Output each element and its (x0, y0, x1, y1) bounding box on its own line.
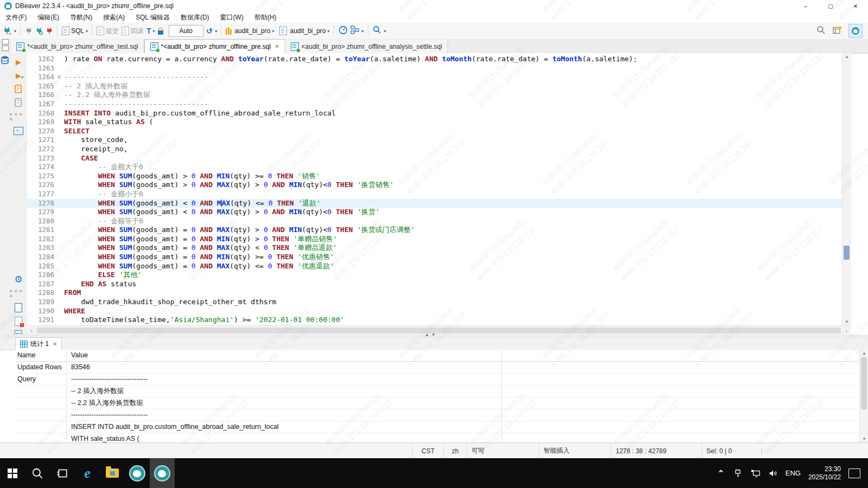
splitter-restore-icon[interactable]: ▼ (431, 332, 436, 337)
code-line-1290[interactable]: 1290WHERE (27, 307, 842, 316)
editor-tab[interactable]: <audit_bi_pro> zhumr_offline_analysis_se… (285, 40, 448, 53)
code-line-1278[interactable]: 1278 WHEN SUM(goods_amt) < 0 AND MAX(qty… (27, 199, 842, 208)
code-line-1272[interactable]: 1272 receipt_no, (27, 145, 842, 154)
code-line-1270[interactable]: 1270SELECT (27, 127, 842, 136)
editor-settings-button[interactable]: ⚙ (14, 275, 23, 284)
menu-item[interactable]: 搜索(A) (98, 13, 130, 22)
open-console-button[interactable]: >_ (14, 126, 23, 135)
plan-dropdown-icon[interactable]: ▾ (362, 29, 364, 34)
scroll-up-icon[interactable]: ▲ (843, 54, 851, 59)
scroll-down-icon[interactable]: ▼ (860, 436, 868, 441)
editor-tab[interactable]: *<audit_bi_pro> zhumr_offline_test.sql (11, 40, 144, 53)
rollback-button[interactable]: 回滚 (122, 27, 144, 36)
commit-button[interactable]: 提交 (97, 27, 119, 36)
restore-panel-icon[interactable] (2, 39, 9, 44)
scroll-left-icon[interactable]: ‹ (27, 328, 36, 334)
code-line-1277[interactable]: 1277 -- 金额小于0 (27, 190, 842, 199)
editor-horizontal-scrollbar[interactable]: ‹ › (27, 325, 851, 335)
lock-button[interactable] (158, 28, 163, 35)
code-line-1284[interactable]: 1284 WHEN SUM(goods_amt) = 0 AND MIN(qty… (27, 253, 842, 262)
close-button[interactable]: ✕ (843, 0, 868, 12)
minimize-button[interactable]: – (793, 0, 818, 12)
splitter-maximize-icon[interactable]: ▲ (425, 332, 429, 337)
code-line-1266[interactable]: 1266-- 2.2 插入海外换货数据 (27, 91, 842, 100)
code-line-1286[interactable]: 1286 ELSE '其他' (27, 271, 842, 280)
export-plan-button[interactable] (350, 25, 359, 36)
stat-row[interactable]: ---------------------------------- (15, 409, 859, 421)
stat-row[interactable]: -- 2 插入海外数据 (15, 386, 859, 397)
start-button[interactable] (0, 458, 25, 488)
status-timezone[interactable]: CST (412, 443, 443, 459)
scroll-up-icon[interactable]: ▲ (860, 351, 868, 356)
code-line-1279[interactable]: 1279 WHEN SUM(goods_amt) < 0 AND MAX(qty… (27, 208, 842, 217)
status-selection[interactable]: Sel: 0 | 0 (701, 443, 754, 459)
editor-vertical-scrollbar[interactable]: ▲ ▼ (842, 53, 851, 325)
stat-row[interactable]: INSERT INTO audit_bi_pro.custom_offline_… (15, 421, 859, 433)
code-line-1268[interactable]: 1268INSERT INTO audit_bi_pro.custom_offl… (27, 109, 842, 118)
connection-dropdown-icon[interactable]: ▾ (272, 29, 274, 34)
scroll-right-icon[interactable]: › (842, 328, 851, 334)
history-icon[interactable]: ↺ (206, 27, 213, 35)
maximize-button[interactable]: ▢ (818, 0, 843, 12)
editor-tab[interactable]: *<audit_bi_pro> zhumr_offline_pre.sql✕ (144, 39, 285, 53)
code-line-1276[interactable]: 1276 WHEN SUM(goods_amt) > 0 AND MAX(qty… (27, 181, 842, 190)
disconnect-button[interactable] (46, 27, 53, 35)
dbeaver-perspective-button[interactable] (848, 24, 863, 38)
sql-dropdown-icon[interactable]: ▾ (86, 29, 88, 34)
scrollbar-thumb[interactable] (37, 328, 841, 333)
action-center-icon[interactable] (848, 468, 860, 478)
code-line-1289[interactable]: 1289 dwd_trade_hkaudit_shop_receipt_othe… (27, 298, 842, 307)
tray-chevron-up-icon[interactable]: ⌃ (716, 468, 726, 478)
tray-language[interactable]: ENG (786, 469, 801, 477)
search-button[interactable] (373, 25, 381, 36)
code-line-1264[interactable]: 1264⊖---------------------------------- (27, 73, 842, 82)
quick-search-button[interactable] (816, 25, 826, 37)
problems-button[interactable]: ! (14, 317, 23, 325)
close-tab-icon[interactable]: ✕ (53, 341, 57, 347)
status-caret-position[interactable]: 1278 : 38 : 42789 (611, 443, 701, 459)
code-line-1267[interactable]: 1267---------------------------------- (27, 100, 842, 109)
commit-mode-box[interactable]: Auto (169, 25, 203, 37)
stat-row[interactable]: -- 2.2 插入海外换货数据 (15, 397, 859, 409)
status-language[interactable]: zh (443, 443, 467, 459)
explain-plan-button[interactable] (14, 98, 23, 107)
column-header-value[interactable]: Value (67, 350, 502, 361)
connect-button[interactable] (25, 27, 33, 35)
code-line-1274[interactable]: 1274 -- 金额大于0 (27, 163, 842, 172)
status-insert-mode[interactable]: 智能插入 (539, 443, 611, 459)
connection-selector[interactable]: audit_bi_pro ▾ (234, 27, 274, 35)
menu-item[interactable]: 窗口(W) (215, 13, 249, 22)
tray-network-icon[interactable] (751, 468, 761, 478)
dashboard-button[interactable] (339, 25, 348, 37)
execute-statement-button[interactable]: ▶ (14, 57, 23, 66)
menu-item[interactable]: 编辑(E) (32, 13, 65, 22)
close-tab-icon[interactable]: ✕ (275, 43, 279, 49)
tray-usb-icon[interactable] (733, 468, 743, 478)
stat-row[interactable]: Query---------------------------------- (15, 374, 859, 386)
tray-volume-icon[interactable] (768, 468, 778, 478)
schema-dropdown-icon[interactable]: ▾ (328, 29, 330, 34)
code-line-1285[interactable]: 1285 WHEN SUM(goods_amt) = 0 AND MAX(qty… (27, 262, 842, 271)
database-navigator-icon[interactable] (1, 56, 9, 65)
scroll-down-icon[interactable]: ▼ (843, 319, 851, 324)
new-connection-button[interactable]: + (3, 27, 11, 35)
open-perspective-button[interactable] (832, 25, 842, 37)
code-line-1282[interactable]: 1282 WHEN SUM(goods_amt) = 0 AND MIN(qty… (27, 235, 842, 244)
menu-item[interactable]: 文件(F) (0, 13, 32, 22)
stats-tab[interactable]: 统计 1 ✕ (15, 337, 62, 350)
code-line-1262[interactable]: 1262) rate ON rate.currency = a.currency… (27, 55, 842, 64)
code-line-1288[interactable]: 1288FROM (27, 288, 842, 298)
new-connection-dropdown-icon[interactable]: ▾ (14, 29, 16, 34)
code-line-1280[interactable]: 1280 -- 金额等于0 (27, 217, 842, 226)
fold-minus-icon[interactable]: ⊖ (54, 73, 64, 82)
execute-script-button[interactable] (14, 85, 23, 93)
file-explorer-button[interactable] (100, 458, 125, 488)
code-line-1287[interactable]: 1287 END AS status (27, 280, 842, 289)
taskbar-search-button[interactable] (25, 458, 50, 488)
results-vertical-scrollbar[interactable]: ▲ ▼ (859, 350, 868, 442)
code-line-1263[interactable]: 1263 (27, 64, 842, 73)
dbeaver-taskbar-button[interactable] (125, 458, 150, 488)
sql-editor-button[interactable]: SQL ▾ (62, 27, 88, 35)
code-line-1265[interactable]: 1265-- 2 插入海外数据 (27, 82, 842, 91)
scrollbar-thumb[interactable] (861, 357, 867, 409)
